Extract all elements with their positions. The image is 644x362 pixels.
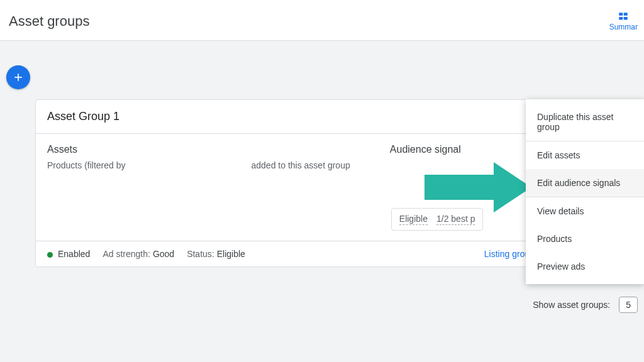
- page-header: Asset groups Summar: [0, 0, 644, 41]
- pointer-arrow-annotation: [425, 162, 531, 212]
- grid-icon: [618, 11, 629, 23]
- asset-group-context-menu: Duplicate this asset group Edit assets E…: [526, 99, 644, 284]
- summary-view-toggle[interactable]: Summar: [609, 11, 638, 31]
- svg-rect-1: [624, 13, 628, 16]
- enabled-label: Enabled: [58, 249, 90, 259]
- pager-label: Show asset groups:: [533, 300, 610, 310]
- menu-view-details[interactable]: View details: [526, 197, 644, 225]
- status-dot-icon: [47, 252, 53, 258]
- svg-marker-4: [425, 162, 531, 212]
- menu-edit-assets[interactable]: Edit assets: [526, 141, 644, 169]
- menu-edit-audience-signals[interactable]: Edit audience signals: [526, 169, 644, 197]
- summary-label: Summar: [609, 23, 638, 31]
- assets-heading: Assets: [47, 144, 390, 155]
- menu-products[interactable]: Products: [526, 225, 644, 253]
- pagination-bar: Show asset groups: 5: [35, 297, 638, 313]
- menu-preview-ads[interactable]: Preview ads: [526, 253, 644, 280]
- asset-group-title: Asset Group 1: [47, 110, 547, 123]
- assets-sub-mid: added to this asset group: [252, 160, 350, 170]
- status-label: Status:: [187, 249, 214, 259]
- add-asset-group-button[interactable]: [6, 65, 30, 89]
- plus-icon: [12, 71, 25, 84]
- status: Status:Eligible: [187, 249, 245, 259]
- svg-rect-2: [619, 17, 623, 20]
- page-title: Asset groups: [9, 13, 89, 30]
- assets-column: Assets Products (filtered by added to th…: [47, 144, 390, 227]
- ad-strength-label: Ad strength:: [103, 249, 150, 259]
- svg-rect-0: [619, 13, 623, 16]
- assets-sub-left: Products (filtered by: [47, 160, 126, 170]
- enabled-status: Enabled: [47, 249, 90, 259]
- ad-strength-value: Good: [153, 249, 174, 259]
- pager-select[interactable]: 5: [619, 297, 638, 313]
- menu-duplicate[interactable]: Duplicate this asset group: [526, 103, 644, 141]
- ad-strength: Ad strength:Good: [103, 249, 174, 259]
- eligible-label: Eligible: [399, 214, 428, 225]
- best-practice-label: 1/2 best p: [436, 214, 475, 225]
- svg-rect-3: [624, 17, 628, 20]
- status-value: Eligible: [217, 249, 245, 259]
